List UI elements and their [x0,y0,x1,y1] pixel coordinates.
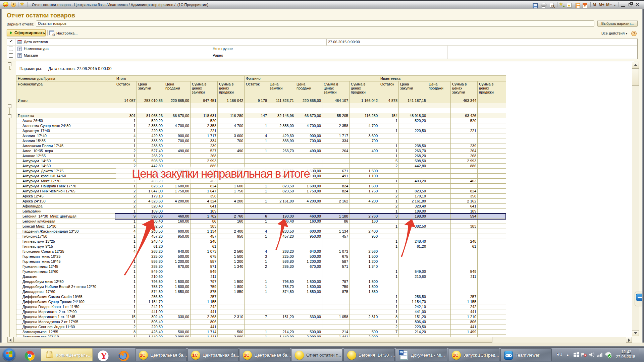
svg-text:Y: Y [101,351,107,361]
